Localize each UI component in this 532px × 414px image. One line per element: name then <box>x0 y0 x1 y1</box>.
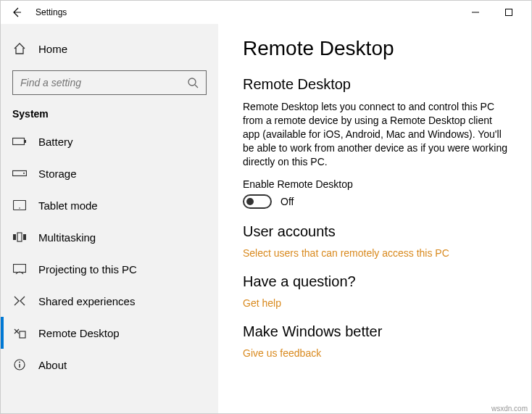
home-button[interactable]: Home <box>1 33 218 65</box>
sidebar-item-multitasking[interactable]: Multitasking <box>1 221 218 253</box>
remote-desktop-description: Remote Desktop lets you connect to and c… <box>243 100 510 168</box>
sidebar-item-label: Battery <box>38 136 73 148</box>
sidebar-item-projecting[interactable]: Projecting to this PC <box>1 253 218 285</box>
svg-rect-13 <box>14 265 26 273</box>
enable-remote-desktop-label: Enable Remote Desktop <box>243 178 510 190</box>
search-icon <box>187 77 199 88</box>
svg-rect-1 <box>506 9 512 16</box>
svg-point-9 <box>19 207 20 209</box>
shared-icon <box>12 295 27 307</box>
sidebar-item-label: Shared experiences <box>38 295 135 307</box>
watermark: wsxdn.com <box>491 405 528 413</box>
sidebar-group-header: System <box>1 104 218 125</box>
get-help-link[interactable]: Get help <box>243 297 510 309</box>
app-title: Settings <box>33 7 67 17</box>
section-title-question: Have a question? <box>243 273 510 290</box>
sidebar-item-shared-experiences[interactable]: Shared experiences <box>1 285 218 317</box>
section-title-feedback: Make Windows better <box>243 323 510 340</box>
enable-remote-desktop-toggle-row: Off <box>243 194 510 209</box>
toggle-knob <box>246 198 254 205</box>
sidebar-item-remote-desktop[interactable]: Remote Desktop <box>1 317 218 349</box>
svg-rect-11 <box>17 233 22 241</box>
search-input[interactable] <box>20 77 187 88</box>
battery-icon <box>12 137 27 146</box>
maximize-button[interactable] <box>492 1 525 24</box>
search-box[interactable] <box>12 70 207 95</box>
tablet-icon <box>12 200 27 210</box>
svg-rect-4 <box>13 138 25 145</box>
back-arrow-icon <box>11 7 22 18</box>
section-title-user-accounts: User accounts <box>243 223 510 240</box>
select-users-link[interactable]: Select users that can remotely access th… <box>243 247 510 259</box>
home-label: Home <box>38 43 67 55</box>
svg-rect-10 <box>13 234 16 240</box>
back-button[interactable] <box>1 1 33 24</box>
enable-remote-desktop-toggle[interactable] <box>243 194 272 209</box>
sidebar-item-battery[interactable]: Battery <box>1 125 218 157</box>
sidebar-item-label: Storage <box>38 167 77 180</box>
sidebar-item-label: Remote Desktop <box>38 327 120 339</box>
svg-rect-12 <box>23 234 26 240</box>
sidebar-item-storage[interactable]: Storage <box>1 157 218 189</box>
titlebar: Settings <box>1 1 531 24</box>
sidebar: Home System Battery Storage Tablet <box>1 24 218 413</box>
about-icon <box>12 359 27 370</box>
sidebar-item-tablet-mode[interactable]: Tablet mode <box>1 189 218 221</box>
remote-desktop-icon <box>12 327 27 339</box>
svg-line-3 <box>195 85 198 88</box>
sidebar-item-label: Tablet mode <box>38 199 98 212</box>
page-title: Remote Desktop <box>243 37 510 60</box>
svg-point-2 <box>188 78 196 86</box>
main-area: Home System Battery Storage Tablet <box>1 24 531 413</box>
svg-point-7 <box>23 173 25 174</box>
svg-point-17 <box>19 362 20 363</box>
minimize-button[interactable] <box>459 1 492 24</box>
section-title-remote-desktop: Remote Desktop <box>243 76 510 93</box>
home-icon <box>12 42 27 55</box>
toggle-state-label: Off <box>280 196 294 207</box>
storage-icon <box>12 169 27 178</box>
maximize-icon <box>505 9 512 16</box>
multitasking-icon <box>12 232 27 242</box>
projecting-icon <box>12 264 27 274</box>
minimize-icon <box>472 9 479 16</box>
sidebar-item-about[interactable]: About <box>1 349 218 381</box>
svg-rect-5 <box>25 140 26 143</box>
sidebar-item-label: About <box>38 359 67 371</box>
sidebar-item-label: Projecting to this PC <box>38 263 137 276</box>
give-feedback-link[interactable]: Give us feedback <box>243 347 510 359</box>
content-area: Remote Desktop Remote Desktop Remote Des… <box>218 24 531 413</box>
sidebar-item-label: Multitasking <box>38 231 96 244</box>
svg-rect-14 <box>20 331 25 338</box>
